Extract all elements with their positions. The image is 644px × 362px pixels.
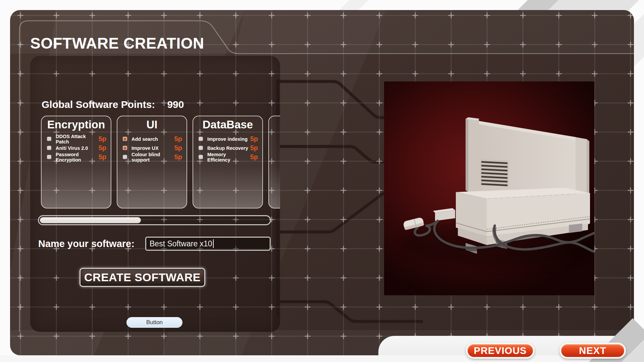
upgrade-row[interactable]: DDOS Attack Patch 5p [42, 134, 111, 143]
upgrade-label: Aniti Virus 2.0 [56, 145, 88, 151]
text-caret [213, 239, 214, 248]
upgrade-row[interactable]: Password Encryption 5p [42, 153, 111, 162]
mouse-icon [403, 217, 425, 230]
upgrade-label: Add search [131, 136, 158, 142]
checkbox[interactable] [199, 137, 203, 141]
upgrade-label: Colour blind support [131, 152, 174, 163]
checkbox[interactable] [199, 155, 203, 159]
upgrade-row[interactable]: Add search 5p [117, 134, 186, 143]
upgrade-cost: 5p [174, 144, 182, 152]
misc-button[interactable]: Button [126, 317, 182, 328]
create-software-button[interactable]: CREATE SOFTWARE [79, 268, 205, 287]
upgrade-row[interactable]: Backup Recovery 5p [193, 143, 262, 153]
card-database: DataBase Improve indexing 5p Backup Reco… [193, 116, 263, 208]
upgrade-row[interactable]: Improve UX 5p [117, 143, 186, 153]
upgrade-row[interactable]: Colour blind support 5p [117, 153, 186, 162]
content-panel: Global Software Points: 990 Encryption D… [30, 56, 280, 332]
software-name-value: Best Software x10 [150, 239, 212, 248]
retro-computer-render [384, 81, 594, 295]
global-points-value: 990 [167, 99, 184, 110]
upgrade-cost: 5p [250, 153, 258, 161]
upgrade-cost: 5p [174, 135, 182, 143]
global-points: Global Software Points: 990 [42, 99, 184, 110]
upgrade-label: DDOS Attack Patch [56, 134, 99, 144]
upgrade-label: Memory Efficiency [207, 152, 250, 163]
upgrade-cost: 5p [99, 135, 106, 143]
bottom-strip [0, 355, 644, 362]
software-name-input[interactable]: Best Software x10 [145, 237, 271, 251]
name-label: Name your software: [38, 237, 135, 251]
checkbox[interactable] [123, 137, 127, 141]
card-title: UI [117, 118, 186, 131]
checkbox[interactable] [47, 146, 51, 150]
upgrade-row[interactable]: Improve indexing 5p [193, 134, 262, 143]
main-panel: SOFTWARE CREATION Global Software Points… [10, 10, 634, 355]
upgrade-label: Improve UX [131, 145, 159, 151]
page-title: SOFTWARE CREATION [30, 34, 204, 52]
software-preview-panel [384, 81, 594, 295]
card-title: DataBase [193, 118, 262, 131]
scrollbar-thumb[interactable] [40, 217, 141, 223]
upgrade-cost: 5p [250, 135, 258, 143]
checkbox[interactable] [123, 146, 127, 150]
upgrade-row[interactable]: Aniti Virus 2.0 5p [42, 143, 111, 153]
card-encryption: Encryption DDOS Attack Patch 5p Aniti Vi… [41, 116, 111, 208]
upgrade-cost: 5p [99, 153, 106, 161]
card-partial [268, 116, 280, 208]
upgrade-cost: 5p [250, 144, 258, 152]
card-title: Encryption [42, 118, 111, 131]
upgrade-cost: 5p [174, 153, 182, 161]
upgrade-cost: 5p [99, 144, 106, 152]
upgrade-row[interactable]: Memory Efficiency 5p [193, 153, 262, 162]
checkbox[interactable] [199, 146, 203, 150]
global-points-label: Global Software Points: [42, 99, 155, 110]
card-ui: UI Add search 5p Improve UX 5p [117, 116, 187, 208]
upgrade-label: Backup Recovery [207, 145, 248, 151]
category-scrollbar[interactable] [38, 215, 271, 225]
checkbox[interactable] [47, 137, 51, 141]
upgrade-label: Password Encryption [56, 152, 99, 163]
checkbox[interactable] [123, 155, 127, 159]
software-creation-screen: SOFTWARE CREATION Global Software Points… [0, 0, 644, 362]
next-button[interactable]: NEXT [559, 343, 626, 359]
upgrade-label: Improve indexing [207, 136, 248, 142]
upgrade-category-list: Encryption DDOS Attack Patch 5p Aniti Vi… [41, 116, 280, 208]
checkbox[interactable] [47, 155, 51, 159]
previous-button[interactable]: PREVIOUS [466, 343, 535, 359]
